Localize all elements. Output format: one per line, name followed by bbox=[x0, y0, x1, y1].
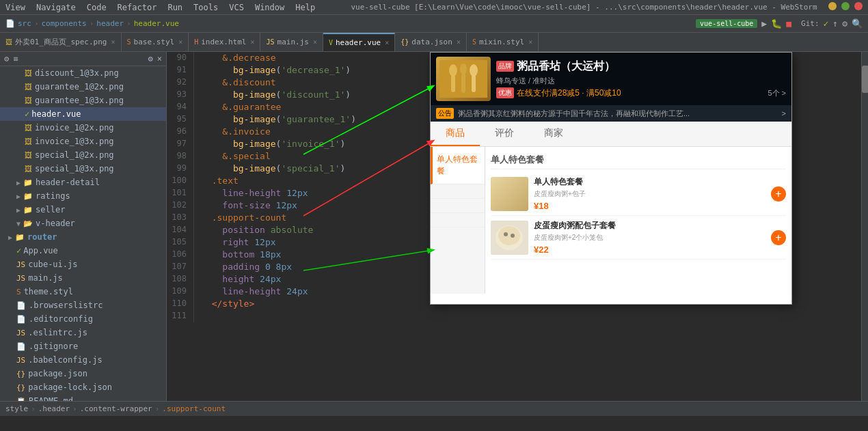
sidebar-item-browserslistrc[interactable]: 📄 .browserslistrc bbox=[0, 298, 166, 312]
svg-point-10 bbox=[504, 232, 508, 236]
git-settings-icon[interactable]: ⚙ bbox=[842, 18, 847, 29]
sidebar-item-themestyl[interactable]: S theme.styl bbox=[0, 285, 166, 298]
sidebar-item-headervue[interactable]: ✓ header.vue bbox=[0, 107, 166, 121]
sidebar-item-packagelockjson[interactable]: {} package-lock.json bbox=[0, 380, 166, 394]
promo-count[interactable]: 5个 > bbox=[768, 88, 786, 98]
line-num-98: 98 bbox=[167, 150, 194, 163]
sidebar-close-icon[interactable]: × bbox=[157, 54, 162, 64]
run-config-badge[interactable]: vue-sell-cube bbox=[696, 19, 757, 28]
tab-main-js[interactable]: JS main.js × bbox=[260, 33, 323, 51]
minimize-btn[interactable] bbox=[828, 2, 837, 10]
sidebar-item-packagejson[interactable]: {} package.json bbox=[0, 367, 166, 380]
menu-vcs[interactable]: VCS bbox=[229, 3, 244, 12]
menu-tools[interactable]: Tools bbox=[193, 3, 218, 12]
tab-mixin-styl[interactable]: S mixin.styl × bbox=[467, 33, 539, 51]
breadcrumb-content-wrapper[interactable]: .content-wrapper bbox=[80, 404, 152, 413]
maximize-btn[interactable] bbox=[841, 2, 850, 10]
sidebar-item-ratings[interactable]: ▶ 📁 ratings bbox=[0, 189, 166, 203]
tab-spec-png[interactable]: 🖼 外卖01_商品页_spec.png × bbox=[0, 33, 122, 51]
menu-view[interactable]: View bbox=[5, 3, 25, 12]
menu-refactor[interactable]: Refactor bbox=[118, 3, 157, 12]
search-icon[interactable]: 🔍 bbox=[852, 18, 863, 29]
sidebar-item-special1at2x[interactable]: 🖼 special_1@2x.png bbox=[0, 148, 166, 162]
sidebar-label: package.json bbox=[28, 369, 87, 378]
tab-close-json[interactable]: × bbox=[457, 38, 461, 46]
sidebar-section-router[interactable]: ▶ 📁 router bbox=[0, 230, 166, 244]
add-to-cart-btn-2[interactable]: + bbox=[771, 230, 786, 245]
tab-goods[interactable]: 商品 bbox=[431, 122, 480, 146]
sidebar-item-appvue[interactable]: ✓ App.vue bbox=[0, 244, 166, 258]
file-icon-guarantee1at3x: 🖼 bbox=[25, 96, 32, 105]
folder-arrow-header-detail: ▶ bbox=[16, 179, 21, 186]
sidebar-item-eslintrc[interactable]: JS .eslintrc.js bbox=[0, 326, 166, 339]
sidebar-item-invoice1at2x[interactable]: 🖼 invoice_1@2x.png bbox=[0, 121, 166, 135]
close-btn[interactable] bbox=[854, 2, 863, 10]
sidebar-item-gitignore[interactable]: 📄 .gitignore bbox=[0, 339, 166, 353]
tab-close-mainjs[interactable]: × bbox=[313, 38, 317, 46]
git-check-icon[interactable]: ✓ bbox=[824, 18, 829, 29]
line-content-111[interactable] bbox=[194, 310, 861, 322]
food-items-list[interactable]: 单人特色套餐 单人特色套餐 皮蛋瘦肉粥+包子 ¥18 + bbox=[485, 147, 791, 294]
breadcrumb-header[interactable]: .header bbox=[38, 404, 70, 413]
menu-code[interactable]: Code bbox=[87, 3, 107, 12]
tab-index-html[interactable]: H index.html × bbox=[189, 33, 260, 51]
tab-close-base[interactable]: × bbox=[178, 38, 182, 46]
category-item-active[interactable]: 单人特色套餐 bbox=[431, 147, 485, 184]
tab-header-vue[interactable]: V header.vue × bbox=[323, 33, 395, 51]
sidebar-item-editorconfig[interactable]: 📄 .editorconfig bbox=[0, 312, 166, 326]
sidebar-item-guarantee1at2x[interactable]: 🖼 guarantee_1@2x.png bbox=[0, 80, 166, 94]
sidebar-item-invoice1at3x[interactable]: 🖼 invoice_1@3x.png bbox=[0, 135, 166, 148]
path-header[interactable]: header bbox=[96, 19, 124, 28]
add-to-cart-btn-1[interactable]: + bbox=[771, 186, 786, 201]
sidebar-item-babelconfig[interactable]: JS .babelconfig.js bbox=[0, 353, 166, 367]
path-file[interactable]: header.vue bbox=[134, 19, 179, 28]
stop-icon[interactable]: ■ bbox=[786, 18, 791, 29]
tab-close-html[interactable]: × bbox=[250, 38, 254, 46]
tab-close-spec[interactable]: × bbox=[111, 38, 115, 46]
run-icon[interactable]: ▶ bbox=[761, 18, 767, 29]
sidebar-item-discount1at3x[interactable]: 🖼 discount_1@3x.png bbox=[0, 66, 166, 80]
scroll-thumb[interactable] bbox=[862, 66, 868, 93]
sidebar-item-header-detail[interactable]: ▶ 📁 header-detail bbox=[0, 176, 166, 189]
path-src[interactable]: src bbox=[18, 19, 31, 28]
editor-area[interactable]: 90 &.decrease 91 bg-image('decrease_1') … bbox=[167, 52, 861, 401]
category-item-4[interactable] bbox=[431, 213, 485, 227]
line-num-104: 104 bbox=[167, 224, 194, 236]
sidebar-settings-icon[interactable]: ⚙ bbox=[148, 54, 153, 64]
menu-run[interactable]: Run bbox=[167, 3, 182, 12]
sidebar-item-mainjs[interactable]: JS main.js bbox=[0, 271, 166, 285]
notice-more[interactable]: > bbox=[782, 109, 786, 117]
tab-close-mixin[interactable]: × bbox=[528, 38, 532, 46]
sidebar-item-seller[interactable]: ▶ 📁 seller bbox=[0, 203, 166, 217]
sidebar-item-special1at3x[interactable]: 🖼 special_1@3x.png bbox=[0, 162, 166, 176]
notice-text: 粥品香粥其京红粥料的秘方源于中国千年古法，再融和现代制作工艺... bbox=[458, 109, 778, 119]
tab-ratings[interactable]: 评价 bbox=[480, 122, 529, 146]
sidebar-collapse-icon[interactable]: ≡ bbox=[13, 54, 18, 64]
git-update-icon[interactable]: ↑ bbox=[832, 18, 838, 29]
breadcrumb-support-count[interactable]: .support-count bbox=[162, 404, 226, 413]
sidebar-item-readme[interactable]: 📋 README.md bbox=[0, 394, 166, 401]
sidebar-item-guarantee1at3x[interactable]: 🖼 guarantee_1@3x.png bbox=[0, 94, 166, 107]
menu-navigate[interactable]: Navigate bbox=[36, 3, 76, 12]
file-icon-discount1at3x: 🖼 bbox=[25, 69, 32, 78]
breadcrumb-path: style › .header › .content-wrapper › .su… bbox=[5, 404, 226, 413]
tab-close-headervue[interactable]: × bbox=[385, 39, 389, 46]
menu-window[interactable]: Window bbox=[255, 3, 284, 12]
category-item-3[interactable] bbox=[431, 199, 485, 213]
breadcrumb-style[interactable]: style bbox=[5, 404, 28, 413]
js-icon-cubeui: JS bbox=[16, 260, 25, 269]
menu-help[interactable]: Help bbox=[295, 3, 315, 12]
sidebar-gear-icon[interactable]: ⚙ bbox=[4, 54, 9, 64]
preview-shop-header: 品牌 粥品香坫（大运村） 蜂鸟专送 / 准时达 优惠 在线支付满28减5 · 满… bbox=[431, 53, 791, 105]
tab-icon-json: {} bbox=[401, 38, 409, 46]
tab-data-json[interactable]: {} data.json × bbox=[395, 33, 467, 51]
editor-scrollbar[interactable] bbox=[861, 52, 868, 401]
category-item-2[interactable] bbox=[431, 184, 485, 199]
sidebar-item-cubeuijs[interactable]: JS cube-ui.js bbox=[0, 258, 166, 271]
sidebar-item-v-header[interactable]: ▼ 📂 v-header bbox=[0, 217, 166, 230]
tab-base-styl[interactable]: S base.styl × bbox=[122, 33, 189, 51]
path-components[interactable]: components bbox=[42, 19, 87, 28]
file-icon-browsers: 📄 bbox=[16, 301, 26, 310]
tab-seller[interactable]: 商家 bbox=[529, 122, 578, 146]
debug-icon[interactable]: 🐛 bbox=[771, 18, 782, 29]
